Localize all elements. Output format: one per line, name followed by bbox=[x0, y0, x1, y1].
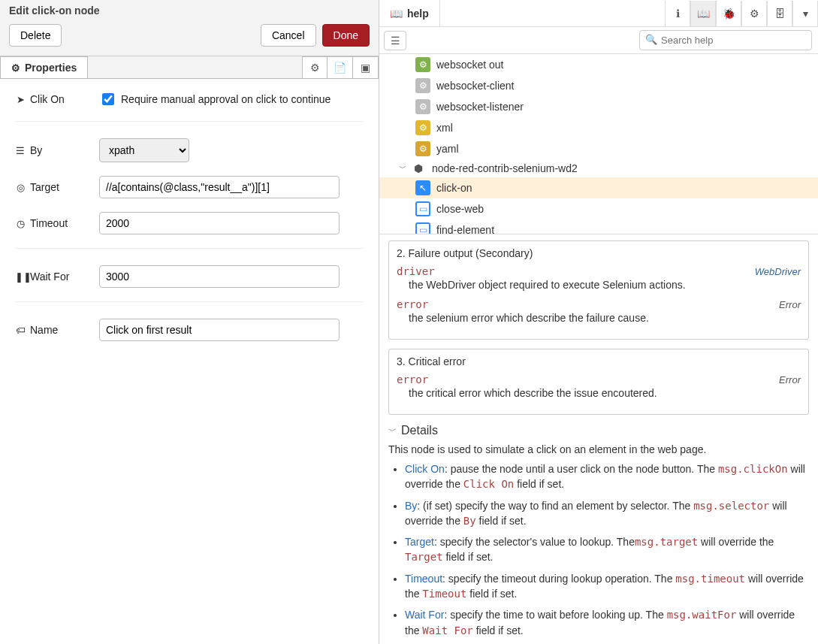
target-input[interactable] bbox=[99, 176, 340, 198]
tag-icon: 🏷 bbox=[15, 325, 26, 336]
section-title: 2. Failure output (Secondary) bbox=[397, 247, 801, 259]
caret-down-icon: ﹀ bbox=[399, 163, 408, 174]
code-token: Wait For bbox=[422, 624, 472, 636]
property-type: Error bbox=[779, 374, 801, 385]
toc-package-label: node-red-contrib-selenium-wd2 bbox=[432, 162, 578, 174]
target-icon: ◎ bbox=[15, 182, 26, 193]
details-term: Timeout bbox=[405, 573, 442, 585]
details-item: Click On: pause the node until a user cl… bbox=[405, 461, 809, 492]
by-select[interactable]: xpath bbox=[99, 138, 189, 162]
details-heading[interactable]: ﹀ Details bbox=[388, 424, 809, 437]
code-token: msg.clickOn bbox=[718, 463, 788, 475]
info-tab-button[interactable]: ℹ bbox=[665, 1, 690, 26]
database-icon: 🗄 bbox=[774, 8, 785, 20]
node-type-icon: ⚙ bbox=[415, 99, 430, 114]
property-desc: the critical error which describe the is… bbox=[409, 387, 801, 399]
name-label: Name bbox=[30, 324, 58, 336]
node-type-icon: ↖ bbox=[415, 180, 430, 195]
tab-properties[interactable]: ⚙ Properties bbox=[0, 56, 88, 78]
node-type-icon: ▭ bbox=[415, 222, 430, 234]
require-approval-label: Require manual approval on click to cont… bbox=[121, 93, 331, 105]
tab-appearance-button[interactable]: ▣ bbox=[353, 56, 379, 78]
caret-down-icon: ▾ bbox=[803, 8, 808, 20]
toc-toggle-button[interactable]: ☰ bbox=[384, 31, 406, 50]
code-token: Timeout bbox=[422, 588, 466, 600]
tab-properties-label: Properties bbox=[25, 62, 77, 74]
details-term: Wait For bbox=[405, 609, 444, 621]
waitfor-label: Wait For bbox=[30, 271, 69, 283]
cancel-button[interactable]: Cancel bbox=[261, 24, 316, 47]
details-item: Wait For: specify the time to wait befor… bbox=[405, 607, 809, 638]
code-token: Target bbox=[405, 551, 443, 563]
sidebar-panel: 📖 help ℹ 📖 🐞 ⚙ 🗄 ▾ ☰ 🔍 ⚙websocket out⚙we… bbox=[379, 0, 818, 644]
toc-item[interactable]: ↖click-on bbox=[379, 177, 818, 198]
node-type-icon: ⚙ bbox=[415, 120, 430, 135]
edit-tabs: ⚙ Properties ⚙ 📄 ▣ bbox=[0, 56, 379, 79]
file-icon: 📄 bbox=[334, 62, 346, 74]
require-approval-checkbox[interactable] bbox=[102, 93, 114, 105]
toc-item-label: websocket-client bbox=[436, 80, 515, 92]
section-title: 3. Critical error bbox=[397, 355, 801, 367]
property-row: error Error bbox=[397, 373, 801, 385]
details-list: Click On: pause the node until a user cl… bbox=[405, 461, 809, 638]
toc-item[interactable]: ⚙websocket out bbox=[379, 54, 818, 75]
toc-item[interactable]: ⚙websocket-listener bbox=[379, 96, 818, 117]
toc-item[interactable]: ▭close-web bbox=[379, 198, 818, 219]
details-item: Target: specify the selector's value to … bbox=[405, 534, 809, 565]
name-input[interactable] bbox=[99, 319, 340, 341]
tab-description-button[interactable]: 📄 bbox=[328, 56, 353, 78]
context-tab-button[interactable]: 🗄 bbox=[767, 1, 792, 26]
debug-tab-button[interactable]: 🐞 bbox=[716, 1, 741, 26]
edit-panel-header: Edit click-on node Delete Cancel Done bbox=[0, 0, 379, 56]
bug-icon: 🐞 bbox=[723, 8, 735, 20]
cube-icon: ⬢ bbox=[414, 162, 426, 174]
details-intro: This node is used to simulate a click on… bbox=[388, 443, 809, 455]
code-token: Click On bbox=[463, 478, 514, 490]
property-desc: the selenium error which describe the fa… bbox=[409, 312, 801, 324]
done-button[interactable]: Done bbox=[322, 24, 370, 47]
clock-icon: ◷ bbox=[15, 218, 26, 229]
details-term: Click On bbox=[405, 463, 445, 475]
toc-item[interactable]: ▭find-element bbox=[379, 219, 818, 234]
toc-item[interactable]: ⚙xml bbox=[379, 117, 818, 138]
property-name: error bbox=[397, 373, 428, 385]
toc-item[interactable]: ⚙websocket-client bbox=[379, 75, 818, 96]
code-token: msg.timeout bbox=[675, 573, 745, 585]
property-row: driver WebDriver bbox=[397, 265, 801, 277]
property-name: driver bbox=[397, 265, 435, 277]
code-token: By bbox=[463, 515, 476, 527]
gear-icon: ⚙ bbox=[310, 62, 320, 74]
toc-item[interactable]: ⚙yaml bbox=[379, 138, 818, 159]
property-type: WebDriver bbox=[755, 266, 801, 277]
help-toolbar: ☰ 🔍 bbox=[379, 27, 818, 54]
layout-icon: ▣ bbox=[361, 62, 370, 74]
help-body: 2. Failure output (Secondary) driver Web… bbox=[379, 234, 818, 644]
delete-button[interactable]: Delete bbox=[9, 24, 62, 47]
code-token: msg.selector bbox=[693, 500, 769, 512]
toc-icon: ☰ bbox=[391, 35, 400, 47]
toc-package[interactable]: ﹀⬢node-red-contrib-selenium-wd2 bbox=[379, 159, 818, 177]
sidebar-header: 📖 help ℹ 📖 🐞 ⚙ 🗄 ▾ bbox=[379, 0, 818, 27]
code-token: msg.waitFor bbox=[667, 609, 737, 621]
details-label: Details bbox=[401, 424, 438, 437]
config-tab-button[interactable]: ⚙ bbox=[741, 1, 767, 26]
help-tab-button[interactable]: 📖 bbox=[690, 1, 716, 26]
toc-item-label: yaml bbox=[436, 143, 459, 155]
node-type-icon: ⚙ bbox=[415, 57, 430, 72]
waitfor-input[interactable] bbox=[99, 265, 340, 288]
toc-item-label: xml bbox=[436, 122, 453, 134]
help-toc[interactable]: ⚙websocket out⚙websocket-client⚙websocke… bbox=[379, 54, 818, 234]
dropdown-button[interactable]: ▾ bbox=[792, 1, 818, 26]
help-search-input[interactable] bbox=[639, 30, 812, 50]
toc-item-label: close-web bbox=[436, 203, 484, 215]
toc-item-label: click-on bbox=[436, 182, 472, 194]
details-item: By: (if set) specify the way to find an … bbox=[405, 498, 809, 529]
code-token: msg.target bbox=[635, 536, 698, 548]
node-type-icon: ▭ bbox=[415, 201, 430, 216]
sidebar-tab-help[interactable]: 📖 help bbox=[379, 0, 440, 26]
details-term: Target bbox=[405, 536, 434, 548]
property-row: error Error bbox=[397, 298, 801, 310]
output-section: 3. Critical error error Error the critic… bbox=[388, 349, 809, 415]
timeout-input[interactable] bbox=[99, 212, 340, 234]
tab-env-button[interactable]: ⚙ bbox=[302, 56, 328, 78]
